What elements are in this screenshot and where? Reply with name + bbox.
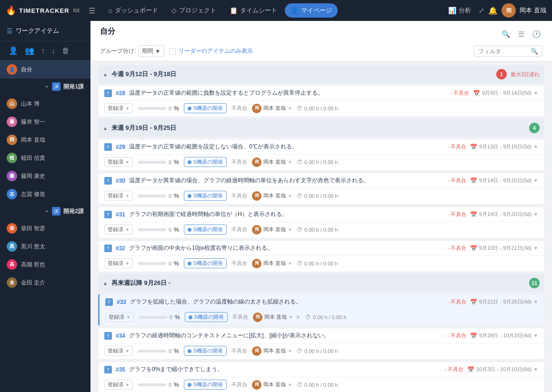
yamamoto-avatar: 山 bbox=[7, 98, 17, 109]
nav-projects[interactable]: ◇ プロジェクト bbox=[166, 3, 222, 18]
logo-icon: 🔥 bbox=[6, 5, 16, 16]
sidebar-item-shibata[interactable]: 柴 柴田 智彦 bbox=[0, 219, 90, 237]
dashboard-icon: ⌂ bbox=[109, 7, 112, 14]
task-30-status-select[interactable]: 登録済▼ bbox=[104, 191, 133, 201]
task-31-title-row: T #31 グラフの初期画面で経過時間軸の単位が（H）と表示される。 - 不具合… bbox=[99, 207, 544, 222]
task-28-assignee[interactable]: 岡 岡本 直哉 ▼ bbox=[252, 104, 292, 113]
task-33-meta: 登録済▼ 0% S機器の開発 不具合 岡 岡本 直哉 bbox=[100, 310, 544, 325]
section-title-later: 再来週以降 9月26日 - bbox=[111, 279, 171, 287]
group-button[interactable]: 👥 bbox=[23, 45, 36, 56]
task-28-status-select[interactable]: 登録済 ▼ bbox=[104, 103, 133, 113]
task-29-status: - 不具合 bbox=[447, 143, 466, 150]
task-35-id[interactable]: #35 bbox=[116, 366, 125, 373]
expand-icon[interactable]: ⤢ bbox=[479, 7, 484, 14]
avatar-text: 岡 bbox=[506, 7, 512, 14]
kurokawa-name: 黒川 悠太 bbox=[21, 243, 45, 251]
sidebar-item-shiga[interactable]: 志 志賀 修造 bbox=[0, 185, 90, 203]
task-29-project[interactable]: S機器の開発 bbox=[184, 157, 227, 167]
task-30-assignee[interactable]: 岡 岡本 直哉 ▼ bbox=[252, 191, 292, 201]
sidebar-item-yamamoto[interactable]: 山 山本 博 bbox=[0, 95, 90, 113]
nav-timesheet[interactable]: 📋 タイムシート bbox=[224, 3, 283, 18]
task-28-id[interactable]: #28 bbox=[116, 90, 125, 97]
group1-chevron: ▼ bbox=[44, 84, 49, 89]
sidebar-actions: 👤 👥 ↑ ↓ 🗑 bbox=[0, 41, 90, 60]
history-icon[interactable]: 🕐 bbox=[531, 29, 542, 40]
group-sort: グループ分け: 期間 ▼ bbox=[100, 45, 164, 57]
period-select[interactable]: 期間 ▼ bbox=[138, 45, 164, 57]
nav-projects-label: プロジェクト bbox=[179, 6, 216, 15]
task-31-id[interactable]: #31 bbox=[116, 211, 125, 218]
section-badge-label-this-week: 最大2日遅れ bbox=[511, 71, 540, 78]
sidebar-item-fujii[interactable]: 藤 藤井 智一 bbox=[0, 113, 90, 131]
task-33-remove-btn[interactable]: ✕ bbox=[296, 314, 301, 321]
avatar: 岡 bbox=[502, 3, 516, 18]
task-29-expand[interactable]: ▼ bbox=[533, 144, 538, 149]
task-32: T #32 グラフが画面の中央から10px程度右寄りに表示される。 - 不具合 … bbox=[98, 240, 544, 272]
kurokawa-avatar: 黒 bbox=[7, 241, 17, 252]
app-name: TIMETRACKER bbox=[19, 7, 70, 14]
task-29-status-select[interactable]: 登録済▼ bbox=[104, 157, 133, 167]
shibata-name: 柴田 智彦 bbox=[21, 225, 45, 233]
sidebar-item-takahata[interactable]: 高 高畑 哲也 bbox=[0, 255, 90, 274]
task-34-id[interactable]: #34 bbox=[116, 333, 125, 339]
task-32-id[interactable]: #32 bbox=[116, 245, 125, 252]
group2-label: 開発2課 bbox=[63, 207, 84, 216]
section-header-this-week[interactable]: ▲ 今週 9月12日 - 9月18日 1 最大2日遅れ bbox=[98, 65, 544, 83]
okamoto-name: 岡本 直哉 bbox=[21, 136, 45, 144]
search-icon[interactable]: 🔍 bbox=[500, 29, 512, 40]
sidebar-item-fujikawa[interactable]: 藤 藤岡 康史 bbox=[0, 167, 90, 185]
leader-only-check[interactable]: リーダーのアイテムのみ表示 bbox=[169, 47, 253, 55]
nav-dashboard-label: ダッシュボード bbox=[115, 6, 158, 15]
leader-checkbox[interactable] bbox=[169, 48, 176, 55]
section-title-this-week: 今週 9月12日 - 9月18日 bbox=[111, 70, 177, 78]
add-user-button[interactable]: 👤 bbox=[7, 45, 20, 56]
group1-label: 開発1課 bbox=[63, 83, 84, 91]
nav-mypage[interactable]: 👤 マイページ bbox=[285, 3, 338, 18]
main-header: 自分 🔍 ☰ 🕐 グループ分け: 期間 ▼ リーダーのアイテムの bbox=[90, 21, 552, 61]
bell-icon[interactable]: 🔔 bbox=[488, 6, 498, 15]
sidebar-item-self[interactable]: 👤 自分 bbox=[0, 60, 90, 78]
move-up-button[interactable]: ↑ bbox=[39, 46, 47, 56]
list-options-icon[interactable]: ☰ bbox=[517, 29, 526, 40]
task-28-status: - 不具合 bbox=[450, 89, 469, 97]
task-29-title-row: T #29 温度データの正常値の範囲を設定しない場合、0℃が表示される。 - 不… bbox=[99, 139, 544, 155]
topnav-right: 📊 分析 ⤢ 🔔 岡 岡本 直哉 bbox=[444, 3, 546, 18]
sidebar-item-okamoto[interactable]: 岡 岡本 直哉 bbox=[0, 131, 90, 149]
task-30-id[interactable]: #30 bbox=[116, 177, 125, 184]
kaneda-name: 金田 圭介 bbox=[21, 279, 45, 287]
period-label: 期間 bbox=[142, 47, 153, 55]
section-header-later[interactable]: ▲ 再来週以降 9月26日 - 11 bbox=[98, 274, 544, 292]
sidebar-item-ueda[interactable]: 植 植田 信貴 bbox=[0, 149, 90, 167]
task-29-assignee[interactable]: 岡 岡本 直哉 ▼ bbox=[252, 157, 292, 167]
task-28-project[interactable]: S機器の開発 bbox=[184, 103, 227, 113]
task-29-id[interactable]: #29 bbox=[116, 144, 125, 150]
task-28-time: ⏱ 0.00 h / 0.00 h bbox=[297, 105, 338, 112]
sidebar-group-2[interactable]: ▼ 課 開発2課 bbox=[0, 203, 90, 219]
task-29-meta: 登録済▼ 0% S機器の開発 不具合 岡 岡本 直哉 bbox=[99, 155, 544, 170]
nav-dashboard[interactable]: ⌂ ダッシュボード bbox=[103, 3, 164, 18]
leader-only-label: リーダーのアイテムのみ表示 bbox=[179, 47, 253, 55]
task-28-expand[interactable]: ▼ bbox=[533, 90, 538, 96]
ueda-name: 植田 信貴 bbox=[21, 154, 45, 162]
shiga-avatar: 志 bbox=[7, 189, 17, 199]
task-34: T #34 グラフの経過時間軸のコンテキストメニューに[拡大]、[縮小]が表示さ… bbox=[98, 328, 544, 360]
okamoto-avatar: 岡 bbox=[7, 135, 17, 145]
sidebar-group-1[interactable]: ▼ 課 開発1課 bbox=[0, 78, 90, 95]
user-name[interactable]: 岡本 直哉 bbox=[520, 6, 546, 15]
sidebar-item-kaneda[interactable]: 金 金田 圭介 bbox=[0, 274, 90, 292]
sidebar-item-kurokawa[interactable]: 黒 黒川 悠太 bbox=[0, 237, 90, 255]
task-30-title: 温度データが異常値の場合、グラフの経過時間軸の単位をあらわす文字が赤色で表示され… bbox=[129, 176, 443, 185]
task-31: T #31 グラフの初期画面で経過時間軸の単位が（H）と表示される。 - 不具合… bbox=[98, 206, 544, 238]
section-header-next-week[interactable]: ▲ 来週 9月19日 - 9月25日 4 bbox=[98, 119, 544, 137]
task-33: T #33 グラフを拡縮した場合、グラフの温度軸の線の太さも拡縮される。 - 不… bbox=[98, 294, 544, 326]
group2-chevron: ▼ bbox=[44, 209, 49, 214]
delete-button[interactable]: 🗑 bbox=[60, 46, 71, 56]
task-30-project[interactable]: S機器の開発 bbox=[184, 191, 227, 201]
move-down-button[interactable]: ↓ bbox=[50, 46, 57, 56]
filter-input[interactable] bbox=[478, 48, 531, 55]
hamburger-icon[interactable]: ☰ bbox=[87, 4, 97, 17]
nav-analytics[interactable]: 📊 分析 bbox=[444, 4, 475, 17]
content: ▲ 今週 9月12日 - 9月18日 1 最大2日遅れ T #28 温度データの… bbox=[90, 61, 552, 392]
task-28-title-row: T #28 温度データの正常値の範囲に負数を設定するとプログラムが異常停止する。… bbox=[99, 86, 544, 101]
task-33-id[interactable]: #33 bbox=[117, 299, 126, 305]
